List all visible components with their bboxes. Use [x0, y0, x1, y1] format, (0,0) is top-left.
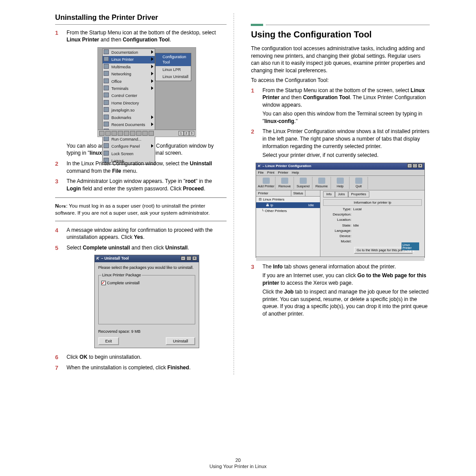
package-logo: Linux Printer Package — [402, 242, 419, 250]
maximize-icon: □ — [413, 164, 417, 168]
cfg-step-3: The Info tab shows general information a… — [251, 263, 430, 318]
uninstall-button: Uninstall — [166, 337, 195, 345]
tree-row-selected: 🖶 lpIdle — [256, 202, 320, 208]
close-icon: × — [192, 256, 197, 260]
info-panel: Info Jobs Properties Information for pri… — [320, 190, 424, 257]
panel-header: Information for printer lp — [323, 199, 422, 206]
menu-item: Run Command... — [103, 136, 155, 143]
step-6: Click OK to begin uninstallation. — [55, 353, 227, 361]
tree-row: ⊟ Linux Printers — [256, 197, 320, 202]
linux-printer-submenu: Configuration Tool Linux LPR Linux Unins… — [155, 53, 191, 81]
bold-config-tool: Configuration Tool — [123, 37, 169, 43]
menu-item: Home Directory — [103, 100, 155, 107]
close-icon: × — [418, 164, 423, 168]
checkbox-icon — [101, 281, 106, 285]
recovered-space: Recovered space: 9 MB — [98, 329, 195, 334]
step-1: From the Startup Menu icon at the bottom… — [55, 29, 227, 157]
submenu-uninstall: Linux Uninstall — [156, 73, 191, 80]
step-5: Select Complete uninstall and then click… — [55, 244, 227, 349]
step-3: The Administrator Login window appears. … — [55, 178, 227, 192]
tb-add-printer: Add Printer — [257, 177, 275, 189]
note-label: Note — [55, 203, 66, 208]
cfg-step-1: From the Startup Menu icon at the bottom… — [251, 87, 430, 125]
statusbar — [256, 257, 424, 261]
minimize-icon: – — [407, 164, 412, 168]
uninstall-steps-cont: A message window asking for confirmation… — [55, 227, 227, 372]
intro-text: The configuration tool accesses administ… — [251, 45, 430, 74]
section-heading-uninstall: Uninstalling the Printer Driver — [55, 13, 227, 22]
step-2: In the Linux Printer Configuration windo… — [55, 160, 227, 175]
menu-item: Multimedia — [103, 63, 155, 71]
startup-menu-screenshot: Documentation Linux Printer Multimedia N… — [97, 47, 196, 137]
access-text: To access the Configuration Tool: — [251, 77, 430, 84]
heading-rule — [55, 24, 227, 25]
accent-bar — [251, 24, 263, 26]
heading-rule — [266, 25, 430, 25]
menu-item: Lock Screen — [103, 150, 155, 157]
step-4: A message window asking for confirmation… — [55, 227, 227, 241]
tb-remove: Remove — [275, 177, 294, 189]
menu-item: Recent Documents — [103, 121, 155, 128]
window-titlebar: K – Uninstall Tool –□× — [95, 255, 199, 262]
menu-item: Bookmarks — [103, 114, 155, 121]
tab-jobs: Jobs — [335, 191, 348, 197]
exit-button: Exit — [98, 337, 119, 345]
config-steps: From the Startup Menu icon at the bottom… — [251, 87, 430, 318]
tab-info: Info — [323, 191, 335, 197]
window-titlebar: K – Linux Printer Configuration –□× — [256, 163, 424, 170]
cfg-step-2: The Linux Printer Configuration window s… — [251, 128, 430, 257]
config-window-screenshot: K – Linux Printer Configuration –□× File… — [256, 163, 425, 258]
uninstall-steps: From the Startup Menu icon at the bottom… — [55, 29, 227, 192]
toolbar: Add Printer Remove Suspend Resume Help Q… — [256, 175, 424, 190]
tb-help: Help — [331, 177, 350, 189]
step1-text: From the Startup Menu icon at the bottom… — [67, 30, 216, 36]
submenu-lpr: Linux LPR — [156, 66, 191, 73]
note-box: Note: You must log in as a super user (r… — [55, 197, 227, 221]
tree-row: └ Other Printers — [256, 208, 320, 214]
bold-linux-printer: Linux Printer — [67, 37, 99, 43]
menu-item: javaplugin.so — [103, 107, 155, 114]
tb-resume: Resume — [312, 177, 331, 189]
menu-item: Documentation — [103, 49, 155, 56]
complete-uninstall-checkbox: Complete uninstall — [101, 280, 192, 286]
menu-item-linux-printer: Linux Printer — [103, 56, 155, 63]
panel-tabs: Info Jobs Properties — [323, 191, 422, 197]
menu-item: Office — [103, 78, 155, 85]
startup-menu: Documentation Linux Printer Multimedia N… — [102, 48, 155, 165]
section-heading-config-tool: Using the Configuration Tool — [251, 30, 430, 40]
tab-properties: Properties — [348, 191, 369, 197]
footer-section: Using Your Printer in Linux — [0, 464, 476, 469]
menu-item: Networking — [103, 71, 155, 78]
printer-tree: PrinterStatus ⊟ Linux Printers 🖶 lpIdle … — [256, 190, 320, 257]
menu-item: Control Center — [103, 92, 155, 99]
taskbar: 1 2 3 — [98, 130, 196, 137]
page-footer: 20 Using Your Printer in Linux — [0, 457, 476, 469]
minimize-icon: – — [181, 256, 186, 260]
page-number: 20 — [0, 457, 476, 463]
uninstall-prompt: Please select the packages you would lik… — [98, 265, 195, 270]
uninstall-tool-screenshot: K – Uninstall Tool –□× Please select the… — [94, 255, 199, 348]
tb-quit: Quit — [350, 177, 368, 189]
step-7: When the uninstallation is completed, cl… — [55, 364, 227, 372]
tb-suspend: Suspend — [294, 177, 312, 189]
package-fieldset: Linux Printer Package Complete uninstall — [98, 272, 195, 324]
maximize-icon: □ — [186, 256, 191, 260]
menu-item: Terminals — [103, 85, 155, 92]
note-text: : You must log in as a super user (root)… — [55, 203, 210, 216]
menubar: File Print Printer Help — [256, 170, 424, 175]
submenu-config-tool: Configuration Tool — [156, 53, 191, 66]
menu-item: Configure Panel — [103, 143, 155, 150]
